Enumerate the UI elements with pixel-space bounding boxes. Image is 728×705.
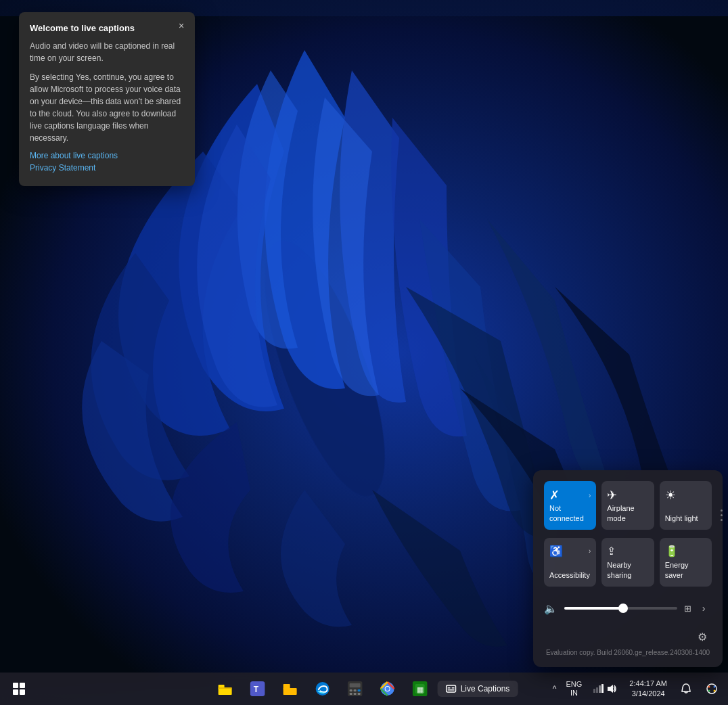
settings-row: ⚙ [544, 622, 712, 646]
taskbar-app-file-explorer[interactable] [210, 674, 240, 704]
extra-app-icon: ▦ [413, 681, 428, 696]
airplane-icon: ✈ [607, 488, 617, 503]
action-center-button[interactable] [675, 678, 697, 700]
quick-settings-panel: ✗ › Not connected ✈ Airplane mode ☀ Nigh… [533, 470, 723, 667]
taskbar-left [5, 675, 32, 702]
language-line2: IN [566, 689, 583, 698]
night-light-icon: ☀ [665, 488, 676, 503]
live-captions-taskbar-button[interactable]: Live Captions [438, 681, 518, 697]
svg-rect-17 [358, 693, 361, 695]
qs-tile-airplane[interactable]: ✈ Airplane mode [601, 481, 654, 530]
notification-chevron[interactable]: ^ [550, 681, 560, 696]
accessibility-label: Accessibility [549, 570, 590, 580]
nearby-sharing-label: Nearby sharing [607, 560, 648, 580]
quick-settings-grid-row2: ♿ › Accessibility ⇪ Nearby sharing 🔋 Ene… [544, 538, 712, 587]
more-about-link[interactable]: More about live captions [30, 151, 184, 160]
svg-point-37 [714, 690, 716, 692]
svg-point-20 [386, 687, 390, 691]
quick-settings-scrollbar [721, 509, 723, 628]
live-captions-icon [446, 683, 457, 694]
svg-point-33 [707, 684, 716, 693]
taskbar-app-extra[interactable]: ▦ [405, 674, 435, 704]
svg-rect-13 [354, 689, 357, 691]
svg-point-35 [714, 686, 716, 688]
teams-icon: T [250, 681, 265, 696]
accessibility-chevron-icon[interactable]: › [589, 547, 591, 555]
qs-tile-energy-saver[interactable]: 🔋 Energy saver [660, 538, 712, 587]
volume-fill [564, 607, 623, 610]
svg-rect-14 [358, 689, 361, 691]
svg-rect-29 [596, 687, 598, 693]
privacy-statement-link[interactable]: Privacy Statement [30, 163, 184, 173]
taskbar-app-teams[interactable]: T [243, 674, 273, 704]
qs-tile-night-light[interactable]: ☀ Night light [660, 481, 712, 530]
file-explorer-icon [218, 681, 233, 696]
taskbar-app-calculator[interactable] [340, 674, 370, 704]
notification-icon [680, 683, 692, 695]
energy-saver-label: Energy saver [665, 560, 706, 580]
taskbar: T [0, 673, 728, 705]
taskbar-app-chrome[interactable] [373, 674, 403, 704]
night-light-label: Night light [665, 514, 698, 523]
popup-body1: Audio and video will be captioned in rea… [30, 40, 184, 64]
volume-thumb[interactable] [618, 604, 628, 613]
taskbar-app-files[interactable] [275, 674, 305, 704]
svg-rect-27 [448, 689, 455, 691]
calculator-icon [348, 681, 363, 696]
taskbar-app-edge[interactable] [308, 674, 338, 704]
clock-date: 3/14/2024 [632, 689, 665, 699]
svg-rect-4 [219, 687, 232, 689]
volume-slider[interactable] [564, 607, 677, 610]
svg-rect-3 [219, 688, 232, 695]
volume-icon[interactable]: 🔈 [544, 602, 558, 615]
volume-taskbar-icon [606, 683, 617, 694]
start-button[interactable] [5, 675, 32, 702]
svg-rect-28 [593, 689, 595, 693]
svg-rect-15 [350, 693, 352, 695]
volume-expand-icon[interactable]: ⊞ [684, 604, 691, 614]
taskbar-right: ^ ENG IN 2:44:17 AM 3/14/2024 [550, 677, 723, 701]
svg-rect-16 [354, 693, 357, 695]
chrome-icon [380, 681, 395, 696]
qs-tile-accessibility[interactable]: ♿ › Accessibility [544, 538, 596, 587]
svg-rect-25 [448, 687, 451, 689]
popup-body2: By selecting Yes, continue, you agree to… [30, 71, 184, 144]
bluetooth-chevron-icon[interactable]: › [589, 492, 591, 499]
settings-button[interactable]: ⚙ [693, 627, 712, 646]
clock-time: 2:44:17 AM [629, 679, 667, 689]
svg-text:▦: ▦ [417, 685, 424, 693]
language-line1: ENG [566, 680, 583, 689]
svg-point-36 [708, 690, 710, 692]
svg-marker-32 [608, 685, 613, 693]
network-icon [593, 683, 604, 694]
svg-rect-30 [599, 685, 601, 693]
live-captions-popup: × Welcome to live captions Audio and vid… [19, 12, 195, 186]
build-info: Evaluation copy. Build 26060.ge_release.… [544, 646, 712, 656]
energy-saver-icon: 🔋 [665, 545, 679, 558]
svg-rect-24 [447, 685, 456, 692]
qs-tile-nearby-sharing[interactable]: ⇪ Nearby sharing [601, 538, 654, 587]
svg-rect-31 [601, 684, 604, 693]
start-icon [13, 683, 25, 695]
volume-right-controls: ⊞ › [684, 600, 712, 616]
volume-row: 🔈 ⊞ › [544, 595, 712, 622]
clock-area[interactable]: 2:44:17 AM 3/14/2024 [625, 677, 671, 701]
accessibility-icon: ♿ [549, 545, 563, 558]
svg-rect-8 [283, 688, 297, 695]
svg-rect-12 [350, 689, 352, 691]
quick-settings-grid-row1: ✗ › Not connected ✈ Airplane mode ☀ Nigh… [544, 481, 712, 530]
taskbar-center: T [210, 674, 518, 704]
emoji-button[interactable] [701, 678, 723, 700]
svg-rect-26 [452, 687, 455, 689]
language-indicator[interactable]: ENG IN [564, 679, 585, 699]
nearby-sharing-icon: ⇪ [607, 545, 616, 558]
qs-tile-bluetooth[interactable]: ✗ › Not connected [544, 481, 596, 530]
svg-point-34 [708, 686, 710, 688]
network-volume-tray[interactable] [589, 681, 621, 697]
color-icon [706, 683, 718, 695]
svg-rect-11 [350, 683, 361, 687]
svg-text:T: T [254, 685, 259, 694]
popup-close-button[interactable]: × [173, 18, 189, 34]
volume-chevron-button[interactable]: › [696, 600, 712, 616]
edge-icon [315, 681, 330, 696]
